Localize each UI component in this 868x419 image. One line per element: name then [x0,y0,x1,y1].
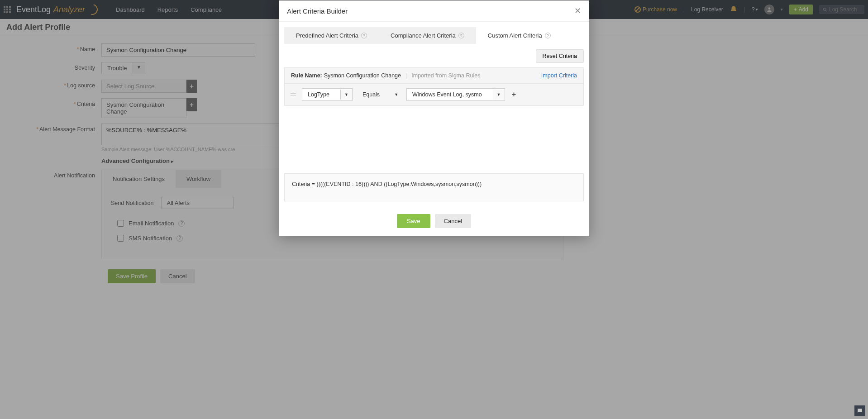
rule-name-label: Rule Name: [291,72,322,79]
rule-name-value: Sysmon Configuration Change [324,72,401,79]
divider: | [405,72,407,79]
modal-title: Alert Criteria Builder [287,7,574,15]
close-icon[interactable]: ✕ [574,6,581,16]
tab-compliance-criteria[interactable]: Compliance Alert Criteria ? [379,27,476,44]
help-icon[interactable]: ? [458,33,464,38]
chevron-down-icon: ▼ [493,90,505,100]
save-button[interactable]: Save [397,214,430,228]
help-icon[interactable]: ? [545,33,551,38]
chevron-down-icon: ▼ [391,90,402,100]
tab-custom-criteria[interactable]: Custom Alert Criteria ? [476,27,563,44]
criteria-condition-row: LogType ▼ Equals ▼ Windows Event Log, sy… [284,84,584,106]
rule-bar: Rule Name: Sysmon Configuration Change |… [284,67,584,84]
alert-criteria-builder-modal: Alert Criteria Builder ✕ Predefined Aler… [279,0,589,236]
criteria-value-select[interactable]: Windows Event Log, sysmo ▼ [406,88,505,101]
criteria-operator-select[interactable]: Equals ▼ [357,89,402,100]
cancel-button[interactable]: Cancel [435,214,471,228]
criteria-expression-box: Criteria = (((((EVENTID : 16)))) AND ((L… [284,173,584,201]
modal-overlay: Alert Criteria Builder ✕ Predefined Aler… [0,0,868,290]
import-criteria-link[interactable]: Import Criteria [541,72,577,79]
imported-text: Imported from Sigma Rules [411,72,480,79]
help-icon[interactable]: ? [361,33,367,38]
add-condition-button[interactable]: + [510,90,519,99]
tree-handle-icon [289,92,297,97]
chevron-down-icon: ▼ [340,90,352,100]
reset-criteria-button[interactable]: Reset Criteria [536,49,584,63]
tab-predefined-criteria[interactable]: Predefined Alert Criteria ? [284,27,379,44]
criteria-field-select[interactable]: LogType ▼ [302,88,353,101]
